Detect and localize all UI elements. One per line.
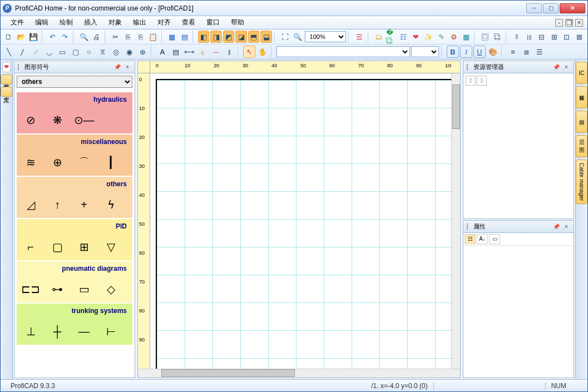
dim-icon[interactable]: ⟷ xyxy=(183,46,195,58)
align-center-h-icon[interactable]: ◨ xyxy=(210,31,222,43)
symbol-icon[interactable]: ◇ xyxy=(100,280,121,298)
rtab-ic[interactable]: IC xyxy=(576,62,587,84)
ellipse-icon[interactable]: ○ xyxy=(83,46,95,58)
panel-close-icon[interactable]: × xyxy=(562,222,570,230)
zoom-select[interactable]: 100% xyxy=(305,31,347,42)
maximize-button[interactable]: ▢ xyxy=(543,3,559,13)
symbol-icon[interactable]: ⊘ xyxy=(20,111,41,129)
line-icon[interactable]: ╲ xyxy=(3,46,15,58)
category-header[interactable]: pneumatic diagrams xyxy=(17,261,132,276)
spc2-icon[interactable]: ⊞ xyxy=(549,31,560,43)
rtab-cable-manager[interactable]: Cable manager xyxy=(576,160,587,204)
textbox-icon[interactable]: ▤ xyxy=(170,46,182,58)
panel-close-icon[interactable]: × xyxy=(123,63,131,71)
save-icon[interactable]: 💾 xyxy=(28,31,39,43)
open-icon[interactable]: 📂 xyxy=(16,31,27,43)
symbol-icon[interactable]: ▽ xyxy=(100,238,121,256)
symbol-icon[interactable]: ▭ xyxy=(73,280,95,298)
menu-insert[interactable]: 插入 xyxy=(78,17,103,28)
symbol-icon[interactable]: ≋ xyxy=(20,153,41,171)
curve-icon[interactable]: ⟋ xyxy=(29,46,42,58)
pin-icon[interactable]: 📌 xyxy=(552,63,560,71)
fontsize-select[interactable] xyxy=(411,46,439,57)
category-header[interactable]: trunking systems xyxy=(17,304,132,318)
align-right-icon[interactable]: ◩ xyxy=(223,31,235,43)
align-top-icon[interactable]: ◪ xyxy=(235,31,247,43)
preview-icon[interactable]: 🔍 xyxy=(78,31,90,43)
rtab-grid1[interactable]: ▦ xyxy=(576,86,587,108)
mdi-restore-button[interactable]: ❐ xyxy=(565,19,573,27)
mdi-close-button[interactable]: × xyxy=(575,19,583,27)
redo-icon[interactable]: ↷ xyxy=(60,31,71,43)
group-icon[interactable]: ⿴ xyxy=(480,31,491,43)
nav-down-icon[interactable]: ⇩ xyxy=(477,76,487,86)
symbol-icon[interactable]: ❋ xyxy=(47,111,68,129)
fit-icon[interactable]: ⛶ xyxy=(280,31,291,43)
symbol-icon[interactable]: ⊞ xyxy=(73,238,95,256)
heart-icon[interactable]: ❤ xyxy=(411,31,422,43)
panel-grip-icon[interactable] xyxy=(467,224,471,230)
library-tab[interactable]: 库文 xyxy=(1,87,12,97)
zoom-icon[interactable]: 🔍 xyxy=(292,31,304,43)
copy2-icon[interactable]: ⎘ xyxy=(135,31,147,43)
italic-button[interactable]: I xyxy=(460,46,472,58)
horizontal-ruler[interactable]: 0102030405060708090100 xyxy=(150,61,451,73)
tool2-icon[interactable]: ▦ xyxy=(461,31,472,43)
grid1-icon[interactable]: ▦ xyxy=(166,31,178,43)
tool1-icon[interactable]: ⚙ xyxy=(448,31,459,43)
wand-icon[interactable]: ✨ xyxy=(423,31,434,43)
underline-button[interactable]: U xyxy=(473,46,486,58)
pin-icon[interactable]: 📌 xyxy=(552,222,560,230)
symbol-icon[interactable]: ⊢ xyxy=(100,322,121,340)
menu-help[interactable]: 帮助 xyxy=(225,17,250,28)
align-left-icon[interactable]: ◧ xyxy=(198,31,210,43)
category-header[interactable]: others xyxy=(17,177,132,191)
scrollbar-horizontal[interactable] xyxy=(138,369,460,378)
menu-align[interactable]: 对齐 xyxy=(152,17,176,28)
panel-grip-icon[interactable] xyxy=(18,64,22,70)
explorer-body[interactable] xyxy=(463,88,574,219)
symbol-icon[interactable]: ▢ xyxy=(47,238,68,256)
symbol-icon[interactable]: ┼ xyxy=(47,322,68,340)
textalign-right-icon[interactable]: ☰ xyxy=(533,46,546,58)
mdi-minimize-button[interactable]: - xyxy=(555,19,563,27)
new-icon[interactable]: 🗋 xyxy=(3,31,14,43)
symbol-icon[interactable]: ⊕ xyxy=(47,153,68,171)
menu-window[interactable]: 窗口 xyxy=(201,17,225,28)
drawing-canvas[interactable] xyxy=(150,73,451,369)
symbol-icon[interactable]: ϟ xyxy=(100,196,121,214)
shape1-icon[interactable]: ⧖ xyxy=(96,46,108,58)
textalign-left-icon[interactable]: ≡ xyxy=(507,46,519,58)
category-header[interactable]: hydraulics xyxy=(17,92,132,107)
dist-h-icon[interactable]: ⫴ xyxy=(511,31,523,43)
minimize-button[interactable]: ─ xyxy=(526,3,542,13)
pin-icon[interactable]: 📌 xyxy=(113,63,121,71)
roundrect-icon[interactable]: ▢ xyxy=(70,46,82,58)
symbol-icon[interactable]: ⊙— xyxy=(73,111,95,129)
ungroup-icon[interactable]: ⿻ xyxy=(492,31,503,43)
spc1-icon[interactable]: ⊟ xyxy=(536,31,548,43)
category-pneumatic-diagrams[interactable]: pneumatic diagrams⊏⊐⊶▭◇ xyxy=(17,261,132,302)
rtab-grid2[interactable]: ▤ xyxy=(576,111,587,133)
menu-view[interactable]: 查看 xyxy=(176,17,201,28)
menu-output[interactable]: 输出 xyxy=(127,17,152,28)
copy-icon[interactable]: ⎘ xyxy=(122,31,134,43)
category-others[interactable]: others◿↑+ϟ xyxy=(17,177,132,218)
symbol-icon[interactable]: ◿ xyxy=(20,196,41,214)
font-select[interactable] xyxy=(276,46,410,57)
category-header[interactable]: PID xyxy=(17,219,132,234)
vertical-ruler[interactable]: 0102030405060708090 xyxy=(138,73,150,369)
wand2-icon[interactable]: ✎ xyxy=(436,31,447,43)
close-button[interactable]: ✕ xyxy=(560,3,585,13)
org-icon[interactable]: �⿻ xyxy=(386,31,397,43)
symbol-icon[interactable]: ⌒ xyxy=(73,153,95,171)
shape4-icon[interactable]: ⊕ xyxy=(136,46,149,58)
symbol-icon[interactable]: ⊏⊐ xyxy=(20,280,41,298)
scrollbar-vertical[interactable] xyxy=(451,73,460,369)
properties-body[interactable] xyxy=(463,246,574,378)
nav-up-icon[interactable]: ⇧ xyxy=(466,76,476,86)
panel-close-icon[interactable]: × xyxy=(562,63,570,71)
category-hydraulics[interactable]: hydraulics⊘❋⊙— xyxy=(17,92,132,133)
menu-draw[interactable]: 绘制 xyxy=(54,17,78,28)
menu-edit[interactable]: 编辑 xyxy=(29,17,54,28)
